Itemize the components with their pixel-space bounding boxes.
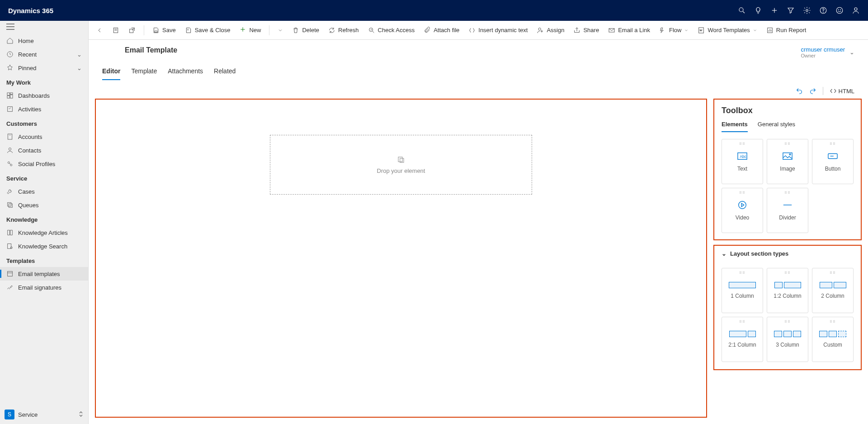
chevron-down-icon: ⌄ [77, 65, 82, 71]
updown-icon [78, 410, 84, 419]
menu-toggle[interactable] [0, 21, 88, 34]
nav-recent[interactable]: Recent ⌄ [0, 48, 88, 61]
save-close-button[interactable]: Save & Close [181, 25, 234, 36]
nav-ksearch[interactable]: Knowledge Search [0, 239, 88, 253]
share-button[interactable]: Share [570, 25, 603, 36]
nav-social[interactable]: Social Profiles [0, 157, 88, 171]
word-templates-button[interactable]: Word Templates [694, 25, 760, 36]
nav-home[interactable]: Home [0, 34, 88, 48]
tool-divider[interactable]: ⠿⠿ Divider [767, 188, 808, 233]
nav-emailtemplates[interactable]: Email templates [0, 267, 88, 281]
svg-rect-49 [398, 157, 402, 162]
email-link-button[interactable]: Email a Link [604, 25, 654, 36]
layout-1col[interactable]: ⠿⠿ 1 Column [722, 268, 763, 313]
svg-rect-27 [8, 203, 11, 206]
svg-rect-17 [10, 95, 13, 98]
layout-3col[interactable]: ⠿⠿ 3 Column [767, 317, 808, 362]
tab-attachments[interactable]: Attachments [168, 67, 203, 80]
layout-label: 3 Column [776, 342, 799, 348]
nav-cases[interactable]: Cases [0, 185, 88, 198]
nav-karticles[interactable]: Knowledge Articles [0, 226, 88, 239]
redo-button[interactable] [809, 87, 816, 95]
tool-text[interactable]: ⠿⠿ Abc Text [722, 139, 763, 184]
gear-icon[interactable] [803, 6, 811, 14]
grip-icon: ⠿⠿ [830, 271, 836, 275]
tool-button[interactable]: ⠿⠿ Button [812, 139, 854, 184]
nav-emailsignatures[interactable]: Email signatures [0, 281, 88, 294]
nav-contacts[interactable]: Contacts [0, 143, 88, 157]
svg-text:Abc: Abc [740, 155, 746, 159]
nav-queues[interactable]: Queues [0, 198, 88, 212]
assign-button[interactable]: Assign [533, 25, 568, 36]
sections-header[interactable]: ⌄ Layout section types [722, 250, 854, 262]
insert-dynamic-text-button[interactable]: Insert dynamic text [465, 25, 531, 36]
toolbox-tab-elements[interactable]: Elements [722, 121, 748, 132]
nav-pinned[interactable]: Pinned ⌄ [0, 61, 88, 75]
delete-button[interactable]: Delete [288, 25, 323, 36]
social-icon [6, 160, 14, 167]
check-access-button[interactable]: Check Access [364, 25, 419, 36]
flow-button[interactable]: Flow [656, 25, 692, 36]
undo-button[interactable] [796, 87, 803, 95]
nav-activities[interactable]: Activities [0, 102, 88, 116]
tab-template[interactable]: Template [131, 67, 157, 80]
app-name: Service [18, 411, 38, 418]
svg-point-0 [739, 8, 743, 12]
toolbox-tab-styles[interactable]: General styles [758, 121, 795, 132]
layout-custom[interactable]: ⠿⠿ Custom [812, 317, 854, 362]
nav-dashboards[interactable]: Dashboards [0, 89, 88, 102]
help-icon[interactable] [819, 6, 827, 14]
person-icon[interactable] [852, 6, 860, 14]
svg-point-30 [10, 247, 12, 248]
nav-label: Knowledge Articles [18, 229, 68, 236]
layout-12col[interactable]: ⠿⠿ 1:2 Column [767, 268, 808, 313]
run-report-button[interactable]: Run Report [763, 25, 810, 36]
home-icon [6, 37, 14, 44]
clock-icon [6, 51, 14, 58]
refresh-button[interactable]: Refresh [325, 25, 363, 36]
html-button[interactable]: HTML [830, 87, 854, 95]
template-icon [6, 270, 14, 277]
grip-icon: ⠿⠿ [739, 271, 745, 275]
tool-image[interactable]: ⠿⠿ Image [767, 139, 808, 184]
owner-link[interactable]: crmuser crmuser [801, 46, 845, 53]
divider-icon [783, 200, 793, 210]
button-icon [828, 151, 838, 161]
open-button[interactable] [125, 25, 139, 36]
svg-rect-28 [9, 204, 12, 207]
smile-icon[interactable] [835, 6, 844, 14]
editor-canvas[interactable]: Drop your element [95, 99, 707, 418]
plus-icon[interactable] [770, 6, 778, 14]
tab-editor[interactable]: Editor [102, 67, 120, 80]
new-button[interactable]: New [236, 24, 264, 36]
nav-accounts[interactable]: Accounts [0, 130, 88, 143]
form-tabs: Editor Template Attachments Related [89, 58, 868, 81]
video-icon [737, 200, 747, 210]
svg-point-10 [854, 8, 857, 10]
nav-label: Cases [18, 188, 35, 195]
tool-video[interactable]: ⠿⠿ Video [722, 188, 763, 233]
nav-label: Queues [18, 202, 39, 209]
dropzone[interactable]: Drop your element [270, 135, 532, 195]
attach-file-button[interactable]: Attach file [420, 25, 463, 36]
back-button[interactable] [92, 25, 107, 36]
list-button[interactable] [108, 25, 123, 36]
lightbulb-icon[interactable] [754, 6, 762, 14]
grip-icon: ⠿⠿ [784, 191, 791, 195]
layout-2col[interactable]: ⠿⠿ 2 Column [812, 268, 854, 313]
svg-point-6 [823, 12, 824, 12]
layout-21col[interactable]: ⠿⠿ 2:1 Column [722, 317, 763, 362]
filter-icon[interactable] [787, 6, 795, 14]
tool-label: Button [825, 166, 841, 172]
svg-rect-20 [8, 134, 12, 139]
booksearch-icon [6, 243, 14, 250]
save-button[interactable]: Save [149, 25, 179, 36]
nav-label: Accounts [18, 133, 42, 140]
tab-related[interactable]: Related [214, 67, 236, 80]
new-dropdown[interactable] [274, 26, 287, 35]
search-icon[interactable] [738, 6, 746, 14]
wrench-icon [6, 188, 14, 195]
chevron-down-icon[interactable]: ⌄ [849, 49, 854, 56]
nav-label: Contacts [18, 147, 41, 154]
app-switcher[interactable]: S Service [0, 405, 88, 424]
